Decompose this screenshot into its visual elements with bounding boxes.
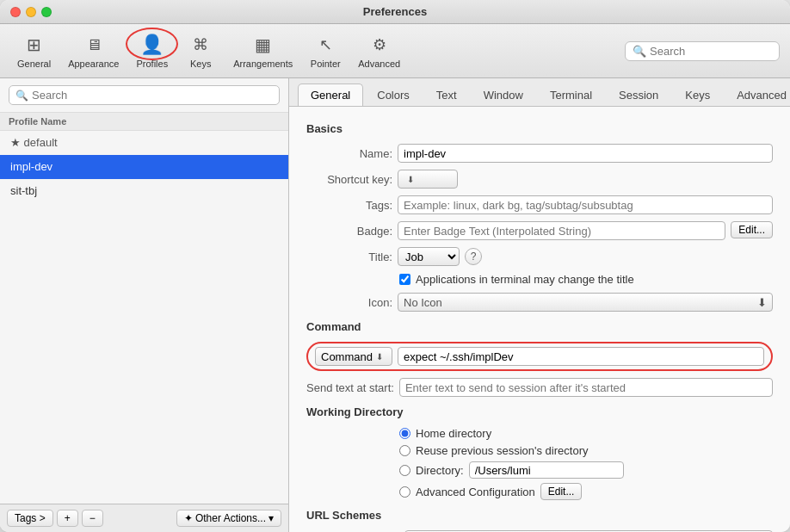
other-actions-label: Other Actions... [195, 512, 266, 524]
add-icon: + [65, 512, 71, 524]
badge-label: Badge: [306, 225, 392, 238]
titlebar: Preferences [0, 0, 790, 24]
toolbar-arrangements-label: Arrangements [233, 59, 293, 69]
profiles-icon: 👤 [140, 33, 164, 57]
basics-title: Basics [306, 122, 773, 135]
title-change-checkbox[interactable] [399, 274, 410, 285]
icon-value: No Icon [404, 296, 442, 309]
command-type-arrow-icon: ⬇ [376, 352, 383, 362]
advanced-config-edit-button[interactable]: Edit... [540, 483, 583, 500]
profile-sit-tbj-label: sit-tbj [10, 184, 37, 197]
main-content: 🔍 Profile Name ★ default impl-dev sit-tb… [0, 78, 790, 532]
name-input[interactable] [398, 144, 773, 163]
appearance-icon: 🖥 [82, 33, 106, 57]
url-schemes-title: URL Schemes [306, 509, 773, 522]
toolbar-keys-label: Keys [190, 59, 211, 69]
title-help-button[interactable]: ? [465, 248, 482, 265]
command-type-dropdown[interactable]: Command ⬇ [315, 347, 392, 366]
preferences-window: Preferences ⊞ General 🖥 Appearance 👤 Pro… [0, 0, 790, 532]
panel-content: Basics Name: Shortcut key: ⬇ Tags: [289, 107, 790, 532]
right-panel: General Colors Text Window Terminal Sess… [289, 78, 790, 532]
toolbar-general-label: General [17, 59, 51, 69]
badge-input[interactable] [398, 221, 725, 240]
tab-session[interactable]: Session [606, 84, 671, 106]
title-select[interactable]: Job Name Default [398, 247, 460, 266]
send-text-row: Send text at start: [306, 378, 773, 397]
tab-text[interactable]: Text [423, 84, 470, 106]
dir-input[interactable] [469, 461, 624, 479]
other-actions-arrow-icon: ▾ [268, 512, 274, 524]
tags-input[interactable] [398, 195, 773, 214]
sidebar-search-box: 🔍 [9, 85, 280, 105]
remove-profile-button[interactable]: − [82, 510, 103, 527]
command-title: Command [306, 320, 773, 333]
close-button[interactable] [10, 7, 21, 17]
tab-keys[interactable]: Keys [672, 84, 723, 106]
sidebar: 🔍 Profile Name ★ default impl-dev sit-tb… [0, 78, 289, 532]
sidebar-search-input[interactable] [32, 89, 273, 102]
profile-item-sit-tbj[interactable]: sit-tbj [0, 179, 288, 203]
radio-home-row: Home directory [399, 427, 773, 440]
radio-advanced-config[interactable] [399, 486, 410, 498]
toolbar-pointer-label: Pointer [311, 59, 341, 69]
icon-arrow-icon: ⬇ [757, 296, 767, 309]
send-text-input[interactable] [399, 378, 773, 397]
radio-advanced-row: Advanced Configuration Edit... [399, 483, 773, 500]
sidebar-footer: Tags > + − ✦ Other Actions... ▾ [0, 504, 288, 532]
toolbar-appearance[interactable]: 🖥 Appearance [61, 29, 126, 72]
icon-dropdown[interactable]: No Icon ⬇ [398, 293, 773, 312]
radio-group: Home directory Reuse previous session's … [399, 427, 773, 500]
minimize-button[interactable] [26, 7, 36, 17]
traffic-lights [10, 7, 52, 17]
pointer-icon: ↖ [313, 33, 337, 57]
badge-row: Badge: Edit... [306, 221, 773, 240]
toolbar-keys[interactable]: ⌘ Keys [178, 29, 223, 72]
tab-terminal[interactable]: Terminal [537, 84, 605, 106]
other-actions-button[interactable]: ✦ Other Actions... ▾ [176, 510, 281, 527]
keys-icon: ⌘ [188, 33, 213, 57]
other-actions-gear-icon: ✦ [184, 512, 193, 524]
title-checkbox-row: Applications in terminal may change the … [399, 273, 773, 286]
tags-button[interactable]: Tags > [7, 510, 53, 527]
tags-label: Tags > [15, 512, 46, 524]
toolbar-profiles[interactable]: 👤 Profiles [129, 29, 175, 72]
tags-row: Tags: [306, 195, 773, 214]
shortcut-label: Shortcut key: [306, 173, 392, 186]
profile-impl-dev-label: impl-dev [10, 160, 52, 173]
icon-row: Icon: No Icon ⬇ [306, 293, 773, 312]
search-icon: 🔍 [633, 45, 646, 58]
command-input[interactable] [398, 347, 764, 366]
tab-advanced[interactable]: Advanced [724, 84, 790, 106]
maximize-button[interactable] [41, 7, 52, 17]
toolbar-advanced-label: Advanced [358, 59, 400, 69]
radio-reuse[interactable] [399, 445, 410, 456]
shortcut-dropdown[interactable]: ⬇ [398, 170, 458, 189]
url-schemes-section: URL Schemes Schemes handled: Select URL … [306, 509, 773, 532]
radio-dir[interactable] [399, 465, 410, 476]
toolbar-general[interactable]: ⊞ General [10, 29, 58, 72]
tab-colors[interactable]: Colors [364, 84, 423, 106]
icon-label: Icon: [306, 296, 392, 309]
tags-form-label: Tags: [306, 199, 392, 212]
badge-edit-button[interactable]: Edit... [731, 221, 773, 238]
tab-general[interactable]: General [298, 84, 363, 106]
working-dir-title: Working Directory [306, 405, 773, 418]
send-text-label: Send text at start: [306, 381, 394, 394]
shortcut-arrow-icon: ⬇ [407, 175, 414, 184]
profile-list: ★ default impl-dev sit-tbj [0, 131, 288, 504]
radio-home-label: Home directory [416, 427, 491, 440]
radio-home[interactable] [399, 428, 410, 439]
toolbar-advanced[interactable]: ⚙ Advanced [351, 29, 407, 72]
toolbar-search-input[interactable] [650, 45, 772, 58]
radio-dir-label: Directory: [416, 464, 464, 477]
toolbar-arrangements[interactable]: ▦ Arrangements [226, 29, 299, 72]
command-type-value: Command [321, 350, 373, 363]
add-profile-button[interactable]: + [57, 510, 78, 527]
command-section: Command Command ⬇ Send text at start: [306, 320, 773, 397]
tab-window[interactable]: Window [471, 84, 536, 106]
profile-item-default[interactable]: ★ default [0, 131, 288, 155]
toolbar-search-box: 🔍 [625, 41, 780, 61]
badge-input-wrapper: Edit... [398, 221, 773, 240]
profile-item-impl-dev[interactable]: impl-dev [0, 155, 288, 179]
toolbar-pointer[interactable]: ↖ Pointer [303, 29, 348, 72]
